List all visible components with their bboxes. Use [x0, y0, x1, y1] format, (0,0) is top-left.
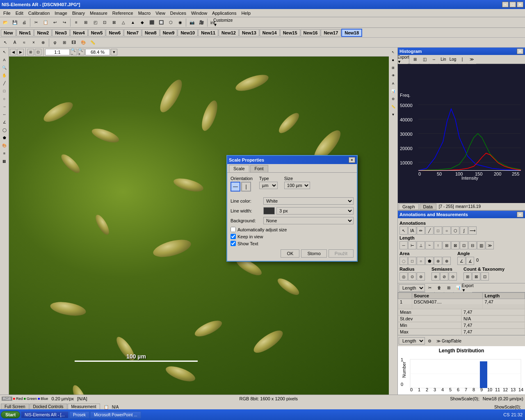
tb-tool1[interactable]: ≡ [72, 18, 81, 27]
dialog-tab-scale[interactable]: Scale [229, 165, 249, 172]
area-ellipse[interactable]: ○ [417, 257, 425, 265]
new11-btn[interactable]: New11 [198, 29, 218, 37]
size-select[interactable]: 100 µm 50 µm 200 µm [284, 182, 310, 189]
menu-edit[interactable]: Edit [13, 9, 26, 17]
len-t2[interactable]: ⊡ [460, 241, 468, 249]
rmc-hist[interactable]: 📊 [390, 87, 397, 95]
len-freehand[interactable]: ~ [425, 241, 434, 249]
new16-btn[interactable]: New16 [301, 29, 321, 37]
lt-circle[interactable]: ◯ [1, 126, 8, 134]
hist-tb7[interactable]: ≫ [467, 55, 476, 64]
menu-reference[interactable]: Reference [110, 9, 136, 17]
tb2-tool2[interactable]: A [10, 38, 19, 47]
rmc-arrow[interactable]: ↖ [390, 48, 397, 56]
tb2-tool3[interactable]: ≈ [20, 38, 29, 47]
new2-btn[interactable]: New2 [34, 29, 52, 37]
ann-line[interactable]: ╱ [425, 226, 434, 235]
area-t2[interactable]: ⊕ [443, 257, 451, 265]
tb-capture[interactable]: 📷 [187, 18, 196, 27]
len-t4[interactable]: ▥ [477, 241, 485, 249]
show-text-checkbox[interactable] [231, 241, 236, 246]
len-t3[interactable]: ⊟ [468, 241, 477, 249]
tb-save[interactable]: 💾 [10, 18, 19, 27]
lt-rect[interactable]: □ [1, 87, 8, 95]
hist-tab-data[interactable]: Data [420, 203, 436, 210]
lt-angle[interactable]: ∠ [1, 119, 8, 126]
tb2-grid[interactable]: ⊞ [60, 38, 69, 47]
new13-btn[interactable]: New13 [239, 29, 259, 37]
menu-image[interactable]: Image [52, 9, 70, 17]
annotations-close-btn[interactable]: × [517, 212, 523, 217]
orient-vertical-btn[interactable]: | [241, 182, 251, 192]
rmc-down[interactable]: ▼ [390, 111, 397, 118]
menu-measure[interactable]: Measure [87, 9, 110, 17]
tab-docked-controls[interactable]: Docked Controls [30, 404, 67, 409]
tb-undo[interactable]: ↩ [50, 18, 59, 27]
tab-fullscreen[interactable]: Full Screen [1, 404, 29, 409]
area-rect[interactable]: □ [408, 257, 416, 265]
lt-ellipse[interactable]: ○ [1, 95, 8, 103]
len-arrow[interactable]: ↑ [434, 241, 442, 249]
new6-btn[interactable]: New6 [106, 29, 123, 37]
snap-btn[interactable]: ⊡ [35, 49, 41, 55]
tb-tool12[interactable]: ◉ [176, 18, 185, 27]
hist-tb2[interactable]: ◫ [420, 55, 429, 64]
tb-tool7[interactable]: ▲ [128, 18, 137, 27]
lt-color[interactable]: 🎨 [1, 142, 8, 149]
rmc-eye[interactable]: 👁 [390, 72, 397, 79]
menu-devices[interactable]: Devices [168, 9, 189, 17]
scroll-right[interactable]: ▶ [17, 49, 24, 55]
area-freehand[interactable]: ◌ [399, 257, 408, 265]
new4-btn[interactable]: New4 [70, 29, 88, 37]
ann-select[interactable]: ↖ [399, 226, 408, 235]
rad-t2[interactable]: ⊙ [408, 272, 416, 281]
tb-customize[interactable]: Customize ▼ [219, 18, 228, 27]
menu-help[interactable]: Help [239, 9, 253, 17]
count-t2[interactable]: ⊠ [472, 272, 480, 281]
lt-channels[interactable]: ≡ [1, 150, 8, 157]
split-btn[interactable]: ⊞ [27, 49, 34, 55]
tb-print[interactable]: 🖨 [20, 18, 29, 27]
hist-export-btn[interactable]: Export ▼ [399, 55, 408, 64]
rad-t3[interactable]: ⊚ [417, 272, 425, 281]
close-btn[interactable]: × [517, 2, 523, 7]
dialog-close-btn[interactable]: × [349, 157, 355, 163]
new15-btn[interactable]: New15 [280, 29, 300, 37]
dialog-tab-font[interactable]: Font [250, 165, 268, 172]
menu-window[interactable]: Window [189, 9, 210, 17]
tb2-phase[interactable]: φ [50, 38, 59, 47]
new5-btn[interactable]: New5 [88, 29, 106, 37]
hist-tb5[interactable]: Log [448, 55, 457, 64]
tb-tool10[interactable]: 🔲 [157, 18, 166, 27]
semi-t2[interactable]: ⊘ [440, 272, 448, 281]
hist-tb3[interactable]: ↔ [429, 55, 438, 64]
tb-copy[interactable]: 📋 [41, 18, 50, 27]
lt-text[interactable]: A [1, 56, 8, 64]
start-button[interactable]: Start [1, 411, 20, 418]
scale-properties-dialog[interactable]: Scale Properties × Scale Font Orientatio… [226, 155, 358, 262]
semi-t3[interactable]: ⊖ [449, 272, 457, 281]
taskbar-prosek[interactable]: Prosek [69, 411, 89, 418]
ann-poly[interactable]: ⬡ [451, 226, 459, 235]
menu-applications[interactable]: Applications [210, 9, 239, 17]
orient-horizontal-btn[interactable]: ― [231, 182, 240, 192]
tb2-color[interactable]: 🎨 [79, 38, 88, 47]
taskbar-nis-elements[interactable]: NIS-Elements AR - [... [21, 411, 68, 418]
area-poly[interactable]: ⬟ [425, 257, 434, 265]
semi-t1[interactable]: ⊗ [431, 272, 440, 281]
angle-t1[interactable]: ∠ [457, 257, 466, 265]
rmc-text[interactable]: A [390, 80, 397, 87]
tb-tool11[interactable]: ⬡ [166, 18, 175, 27]
ann-rect[interactable]: □ [434, 226, 442, 235]
tb-tool9[interactable]: ⬛ [147, 18, 156, 27]
hist-tb1[interactable]: ⊞ [411, 55, 420, 64]
ok-button[interactable]: OK [281, 249, 299, 258]
rad-t1[interactable]: ◎ [399, 272, 408, 281]
new14-btn[interactable]: New14 [260, 29, 280, 37]
len-multi[interactable]: ⊢ [408, 241, 416, 249]
tb-tool8[interactable]: ◆ [138, 18, 147, 27]
zoom-display[interactable]: 68.4 % [85, 49, 110, 55]
tb-open[interactable]: 📂 [1, 18, 10, 27]
tb-tool6[interactable]: △ [119, 18, 128, 27]
new10-btn[interactable]: New10 [178, 29, 198, 37]
